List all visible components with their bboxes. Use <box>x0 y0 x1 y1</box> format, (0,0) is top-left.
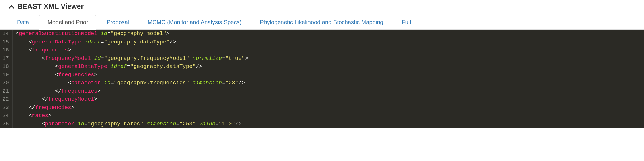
line-number: 14 <box>2 30 9 38</box>
token-punct: < <box>28 39 32 45</box>
token-punct: /> <box>196 63 202 70</box>
token-punct: /> <box>235 121 242 127</box>
line-number: 18 <box>2 62 9 71</box>
token-tagname: parameter <box>45 121 74 127</box>
token-punct <box>101 80 104 86</box>
token-attrval: "geography.frequencies" <box>114 80 189 86</box>
token-attrval: "1.0" <box>219 121 235 127</box>
token-punct: > <box>97 88 101 94</box>
token-punct: = <box>222 80 225 86</box>
code-line[interactable]: <generalDataType idref="geography.dataTy… <box>16 62 248 71</box>
tab-model-and-prior[interactable]: Model and Prior <box>39 15 96 30</box>
token-attrname: idref <box>84 39 101 45</box>
token-punct <box>196 121 199 127</box>
code-line[interactable]: <parameter id="geography.rates" dimensio… <box>16 120 248 128</box>
tab-phylogenetic-likelihood-and-stochastic-mapping[interactable]: Phylogenetic Likelihood and Stochastic M… <box>252 15 392 30</box>
token-punct: = <box>222 55 225 62</box>
code-line[interactable]: </frequencyModel> <box>16 95 248 103</box>
token-punct: = <box>127 63 130 70</box>
token-punct: < <box>55 72 58 78</box>
tab-bar: DataModel and PriorProposalMCMC (Monitor… <box>0 12 644 30</box>
token-punct: < <box>28 112 32 119</box>
token-attrname: id <box>94 55 101 62</box>
panel-title: BEAST XML Viewer <box>17 2 84 11</box>
tab-mcmc-monitor-and-analysis-specs[interactable]: MCMC (Monitor and Analysis Specs) <box>139 15 250 30</box>
token-attrname: idref <box>110 63 127 70</box>
line-number: 19 <box>2 71 9 79</box>
code-line[interactable]: <generalDataType idref="geography.dataTy… <box>16 38 248 46</box>
token-tagname: frequencies <box>61 88 97 94</box>
token-punct: = <box>215 121 218 127</box>
token-punct <box>97 30 101 37</box>
token-punct: = <box>176 121 179 127</box>
token-attrval: "geography.dataType" <box>104 39 170 45</box>
token-attrname: id <box>78 121 84 127</box>
token-punct: < <box>42 121 45 127</box>
chevron-up-icon[interactable] <box>9 3 14 10</box>
token-attrname: dimension <box>147 121 176 127</box>
code-line[interactable]: <generalSubstitutionModel id="geography.… <box>16 30 248 38</box>
line-number: 17 <box>2 54 9 63</box>
token-attrname: normalize <box>193 55 222 62</box>
line-number: 15 <box>2 38 9 46</box>
token-tagname: frequencyModel <box>45 55 91 62</box>
token-punct: </ <box>28 104 35 111</box>
token-tagname: rates <box>32 112 48 119</box>
token-punct: </ <box>55 88 62 94</box>
token-tagname: frequencyModel <box>48 96 94 102</box>
token-punct <box>81 39 84 45</box>
line-number: 25 <box>2 120 9 128</box>
token-punct: = <box>111 80 114 86</box>
code-line[interactable]: <rates> <box>16 112 248 120</box>
token-punct: < <box>68 80 71 86</box>
token-attrval: "253" <box>179 121 196 127</box>
code-line[interactable]: <frequencyModel id="geography.frequencyM… <box>16 54 248 63</box>
code-editor[interactable]: 141516171819202122232425 <generalSubstit… <box>0 30 644 128</box>
token-punct: = <box>101 39 104 45</box>
token-punct: < <box>55 63 58 70</box>
tab-data[interactable]: Data <box>9 15 37 30</box>
token-punct: > <box>166 30 169 37</box>
token-punct: > <box>71 104 74 111</box>
token-tagname: frequencies <box>35 104 71 111</box>
token-attrval: "geography.model" <box>111 30 166 37</box>
line-number: 23 <box>2 103 9 112</box>
token-tagname: generalSubstitutionModel <box>19 30 97 37</box>
token-attrname: id <box>104 80 111 86</box>
line-number: 21 <box>2 87 9 95</box>
token-tagname: parameter <box>71 80 101 86</box>
token-punct: /> <box>238 80 245 86</box>
token-attrname: value <box>199 121 215 127</box>
tab-proposal[interactable]: Proposal <box>98 15 137 30</box>
code-line[interactable]: <frequencies> <box>16 46 248 54</box>
tab-full[interactable]: Full <box>393 15 419 30</box>
token-punct <box>107 63 110 70</box>
token-punct <box>189 80 192 86</box>
token-punct <box>189 55 192 62</box>
code-line[interactable]: </frequencies> <box>16 103 248 112</box>
token-attrname: dimension <box>193 80 222 86</box>
code-line[interactable]: <frequencies> <box>16 71 248 79</box>
line-gutter: 141516171819202122232425 <box>0 30 13 128</box>
token-punct: > <box>68 47 71 53</box>
token-punct: > <box>48 112 51 119</box>
token-punct <box>91 55 94 62</box>
token-punct: /> <box>170 39 176 45</box>
token-attrval: "geography.dataType" <box>130 63 196 70</box>
token-punct: < <box>28 47 32 53</box>
token-punct: < <box>16 30 19 37</box>
token-punct: = <box>107 30 110 37</box>
token-tagname: generalDataType <box>58 63 107 70</box>
token-punct: = <box>101 55 104 62</box>
code-content[interactable]: <generalSubstitutionModel id="geography.… <box>13 30 251 128</box>
token-attrname: id <box>101 30 107 37</box>
token-attrval: "geography.rates" <box>88 121 143 127</box>
token-attrval: "geography.frequencyModel" <box>104 55 189 62</box>
line-number: 22 <box>2 95 9 103</box>
code-line[interactable]: <parameter id="geography.frequencies" di… <box>16 79 248 87</box>
token-punct <box>74 121 78 127</box>
token-tagname: frequencies <box>58 72 94 78</box>
line-number: 20 <box>2 79 9 87</box>
panel-header[interactable]: BEAST XML Viewer <box>0 0 644 12</box>
code-line[interactable]: </frequencies> <box>16 87 248 95</box>
